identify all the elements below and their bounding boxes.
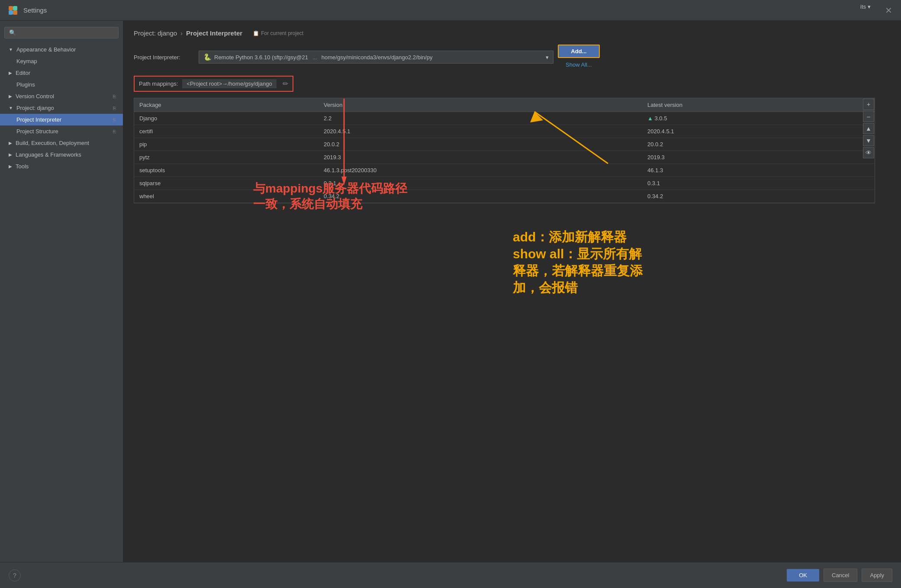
help-button[interactable]: ? [9,569,21,582]
top-right-its: its ▾ [856,2,875,12]
remove-package-button[interactable]: – [863,111,874,122]
package-latest: 2019.3 [642,151,875,164]
ok-button[interactable]: OK [787,569,819,582]
cancel-button[interactable]: Cancel [824,569,857,582]
interpreter-row: Project Interpreter: 🐍 Remote Python 3.6… [134,45,891,70]
copy-icon: ⎘ [113,117,116,122]
sidebar-item-plugins[interactable]: Plugins [0,79,123,90]
sidebar-item-label: Editor [16,70,30,76]
search-input[interactable] [19,29,114,36]
sidebar-item-project-interpreter[interactable]: Project Interpreter ⎘ [0,114,123,125]
package-name: pytz [134,151,319,164]
expand-arrow: ▼ [9,106,13,110]
copy-icon: ⎘ [113,106,116,111]
package-latest: ▲ 3.0.5 [642,112,875,125]
package-latest: 0.34.2 [642,190,875,203]
col-package: Package [134,98,319,112]
package-name: certifi [134,125,319,138]
sidebar-item-editor[interactable]: ▶ Editor [0,67,123,79]
yellow-annotation-text: add：添加新解释器show all：显示所有解释器，若解释器重复添加，会报错 [513,228,643,296]
dropdown-arrow[interactable]: ▾ [546,54,549,61]
close-button[interactable]: ✕ [885,5,892,16]
red-annotation: 与mappings服务器代码路径一致，系统自动填充 [253,168,407,212]
interpreter-value-suffix: home/gsy/miniconda3/envs/django2.2/bin/p… [322,54,433,61]
interpreter-label: Project Interpreter: [134,54,194,61]
search-box[interactable]: 🔍 [4,27,119,39]
sidebar-item-label: Project Structure [16,128,58,135]
move-down-button[interactable]: ▼ [863,135,874,146]
table-side-actions: + – ▲ ▼ 👁 [862,98,875,159]
sidebar-item-label: Project: django [16,105,54,111]
sidebar-item-label: Keymap [16,58,37,64]
title-bar: Settings ✕ its ▾ [0,0,901,21]
bottom-bar: ? OK Cancel Apply [0,562,901,588]
bottom-right: OK Cancel Apply [787,569,892,582]
interpreter-select[interactable]: 🐍 Remote Python 3.6.10 (sftp://gsy@21 ..… [199,51,553,64]
sidebar-item-label: Build, Execution, Deployment [16,140,89,146]
for-project-label: 📋 For current project [253,30,303,36]
for-project-icon: 📋 [253,30,259,36]
sidebar-item-languages-frameworks[interactable]: ▶ Languages & Frameworks [0,149,123,161]
path-mappings-edit-button[interactable]: ✏ [283,80,288,88]
apply-button[interactable]: Apply [862,569,892,582]
table-row: wheel0.34.20.34.2 [134,190,875,203]
svg-rect-0 [9,6,13,10]
search-icon: 🔍 [9,29,16,36]
sidebar-item-label: Version Control [16,93,54,100]
sidebar-item-appearance-behavior[interactable]: ▼ Appearance & Behavior [0,44,123,55]
sidebar-item-keymap[interactable]: Keymap [0,55,123,67]
copy-icon: ⎘ [113,129,116,134]
eye-button[interactable]: 👁 [863,147,874,158]
interpreter-buttons: Add... Show All... [558,45,600,70]
sidebar-item-label: Languages & Frameworks [16,151,81,158]
show-all-button[interactable]: Show All... [558,60,600,70]
sidebar-item-tools[interactable]: ▶ Tools [0,161,123,172]
package-latest: 0.3.1 [642,177,875,190]
expand-arrow: ▶ [9,152,12,157]
sidebar-item-project-structure[interactable]: Project Structure ⎘ [0,125,123,137]
table-row: sqlparse0.3.10.3.1 [134,177,875,190]
path-mappings-value: <Project root>→/home/gsy/django [182,79,276,88]
path-mappings-row: Path mappings: <Project root>→/home/gsy/… [134,76,293,92]
svg-rect-1 [13,6,17,10]
package-latest: 46.1.3 [642,164,875,177]
sidebar-item-label: Tools [16,163,29,170]
sidebar-item-label: Appearance & Behavior [16,46,76,53]
upgrade-package-button[interactable]: ▲ [863,123,874,134]
svg-marker-5 [341,177,347,185]
svg-line-6 [534,112,608,164]
app-logo [7,4,19,16]
yellow-annotation: add：添加新解释器show all：显示所有解释器，若解释器重复添加，会报错 [513,228,643,296]
expand-arrow: ▼ [9,47,13,52]
sidebar: 🔍 ▼ Appearance & Behavior Keymap ▶ Edito… [0,21,123,562]
package-latest: 20.0.2 [642,138,875,151]
red-annotation-text: 与mappings服务器代码路径一致，系统自动填充 [253,181,407,212]
svg-rect-2 [9,10,13,15]
expand-arrow: ▶ [9,71,12,75]
sidebar-item-label: Project Interpreter [16,116,61,123]
interpreter-value: Remote Python 3.6.10 (sftp://gsy@21 [214,54,308,61]
sidebar-item-project-django[interactable]: ▼ Project: django ⎘ [0,102,123,114]
copy-icon: ⎘ [113,94,116,99]
breadcrumb-current: Project Interpreter [186,29,242,37]
breadcrumb-separator: › [180,29,183,37]
sidebar-item-build-execution[interactable]: ▶ Build, Execution, Deployment [0,137,123,149]
expand-arrow: ▶ [9,94,12,99]
package-name: pip [134,138,319,151]
breadcrumb: Project: django › Project Interpreter 📋 … [134,29,891,37]
bottom-left: ? [9,569,21,582]
python-icon: 🐍 [203,53,212,61]
expand-arrow: ▶ [9,141,12,145]
expand-arrow: ▶ [9,164,12,169]
window-title: Settings [23,6,47,14]
add-interpreter-button[interactable]: Add... [558,45,600,58]
col-latest-version: Latest version [642,98,875,112]
sidebar-item-version-control[interactable]: ▶ Version Control ⎘ [0,90,123,102]
svg-rect-3 [13,10,17,15]
add-package-button[interactable]: + [863,99,874,110]
package-name: Django [134,112,319,125]
breadcrumb-parent[interactable]: Project: django [134,29,177,37]
package-latest: 2020.4.5.1 [642,125,875,138]
content-area: Project: django › Project Interpreter 📋 … [123,21,901,562]
path-mappings-label: Path mappings: [139,80,178,87]
